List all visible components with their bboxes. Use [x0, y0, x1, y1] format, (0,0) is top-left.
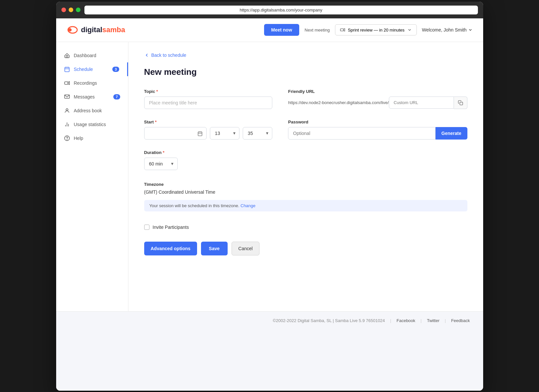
help-icon [64, 135, 70, 141]
friendly-url-label: Friendly URL [288, 89, 467, 94]
svg-rect-17 [460, 102, 463, 105]
calendar-icon [197, 130, 203, 136]
minute-select[interactable]: 35 [243, 127, 272, 140]
logo-icon [67, 24, 79, 36]
sidebar-item-schedule[interactable]: Schedule 3 [56, 62, 128, 76]
sidebar: Dashboard Schedule 3 Recordings [56, 42, 128, 311]
sidebar-item-messages[interactable]: Messages 7 [56, 90, 128, 104]
facebook-link[interactable]: Facebook [396, 318, 415, 323]
messages-icon [64, 94, 70, 100]
password-row: Generate [288, 127, 467, 140]
svg-rect-8 [64, 82, 68, 84]
svg-point-16 [67, 139, 67, 140]
address-book-icon [64, 108, 70, 114]
sidebar-label-dashboard: Dashboard [74, 53, 97, 58]
main-content: Back to schedule New meeting Topic * Fri… [128, 42, 483, 311]
next-meeting-dropdown[interactable]: Sprint review — in 20 minutes [335, 24, 417, 35]
schedule-badge: 3 [112, 67, 119, 72]
form-grid: Topic * Friendly URL https://dev.node2-b… [144, 89, 467, 230]
feedback-link[interactable]: Feedback [451, 318, 470, 323]
timezone-value: (GMT) Coordinated Universal Time [144, 189, 467, 195]
video-icon [340, 27, 345, 33]
sidebar-label-messages: Messages [74, 94, 95, 99]
duration-group: Duration * 60 min 15 min 30 min 45 min 9… [144, 150, 273, 170]
sidebar-item-address-book[interactable]: Address book [56, 104, 128, 118]
sidebar-label-schedule: Schedule [74, 67, 93, 72]
sidebar-label-recordings: Recordings [74, 80, 97, 86]
copyright-text: ©2002-2022 Digital Samba, SL | Samba Liv… [273, 318, 385, 323]
duration-wrapper: 60 min 15 min 30 min 45 min 90 min 120 m… [144, 158, 273, 170]
copy-icon [458, 100, 463, 105]
hour-select[interactable]: 13 [210, 127, 239, 140]
svg-marker-3 [344, 29, 345, 31]
custom-url-input[interactable] [389, 97, 454, 109]
sidebar-label-help: Help [74, 136, 83, 141]
chevron-down-icon [468, 28, 473, 32]
url-base-text: https://dev.node2-bonecrusher.digitalsam… [288, 100, 389, 105]
sidebar-item-help[interactable]: Help [56, 131, 128, 145]
start-group: Start * 08/19/2022 13 [144, 120, 273, 140]
cancel-button[interactable]: Cancel [232, 242, 260, 255]
chevron-down-icon [407, 28, 412, 32]
calendar-icon [64, 66, 70, 72]
close-button[interactable] [61, 8, 66, 12]
logo: digitalsamba [67, 24, 125, 36]
copy-url-button[interactable] [454, 97, 467, 109]
back-to-schedule-link[interactable]: Back to schedule [144, 53, 467, 58]
sidebar-item-recordings[interactable]: Recordings [56, 76, 128, 90]
footer: ©2002-2022 Digital Samba, SL | Samba Liv… [56, 311, 483, 330]
friendly-url-group: Friendly URL https://dev.node2-bonecrush… [288, 89, 467, 109]
hour-wrapper: 13 ▼ [210, 127, 239, 140]
advanced-options-button[interactable]: Advanced options [144, 242, 197, 255]
svg-marker-9 [68, 81, 70, 84]
svg-rect-18 [198, 132, 202, 136]
svg-point-11 [66, 109, 68, 111]
next-meeting-value: Sprint review — in 20 minutes [348, 28, 405, 33]
topic-input[interactable] [144, 97, 273, 109]
browser-window: https://app.digitalsamba.com/your-compan… [56, 2, 483, 391]
start-row: 08/19/2022 13 ▼ [144, 127, 273, 140]
timezone-notice: Your session will be scheduled in this t… [144, 200, 467, 211]
generate-button[interactable]: Generate [436, 127, 467, 140]
sidebar-label-address-book: Address book [74, 108, 102, 113]
layout: Dashboard Schedule 3 Recordings [56, 42, 483, 311]
url-row: https://dev.node2-bonecrusher.digitalsam… [288, 97, 467, 109]
sidebar-label-usage-statistics: Usage statistics [74, 122, 106, 127]
timezone-change-link[interactable]: Change [240, 203, 256, 208]
statistics-icon [64, 121, 70, 127]
minute-wrapper: 35 ▼ [243, 127, 272, 140]
timezone-label: Timezone [144, 182, 467, 187]
duration-select[interactable]: 60 min 15 min 30 min 45 min 90 min 120 m… [144, 158, 178, 170]
password-group: Password Generate [288, 120, 467, 140]
back-link-text: Back to schedule [151, 53, 187, 58]
recordings-icon [64, 80, 70, 86]
start-label: Start * [144, 120, 273, 124]
address-bar[interactable]: https://app.digitalsamba.com/your-compan… [84, 6, 478, 14]
invite-group: Invite Participants [144, 222, 467, 230]
header: digitalsamba Meet now Next meeting Sprin… [56, 18, 483, 42]
logo-text: digitalsamba [81, 26, 125, 34]
empty-right [288, 150, 467, 170]
twitter-link[interactable]: Twitter [427, 318, 439, 323]
app-container: digitalsamba Meet now Next meeting Sprin… [56, 18, 483, 391]
topic-label: Topic * [144, 89, 273, 94]
topic-group: Topic * [144, 89, 273, 109]
form-actions: Advanced options Save Cancel [144, 242, 467, 255]
page-title: New meeting [144, 67, 467, 77]
sidebar-item-usage-statistics[interactable]: Usage statistics [56, 118, 128, 131]
header-right: Meet now Next meeting Sprint review — in… [264, 24, 473, 36]
minimize-button[interactable] [69, 8, 73, 12]
sidebar-item-dashboard[interactable]: Dashboard [56, 49, 128, 62]
meet-now-button[interactable]: Meet now [264, 24, 300, 36]
chevron-left-icon [144, 53, 149, 58]
invite-checkbox[interactable] [144, 225, 149, 230]
welcome-user[interactable]: Welcome, John Smith [422, 27, 473, 33]
password-label: Password [288, 120, 467, 124]
duration-label: Duration * [144, 150, 273, 155]
maximize-button[interactable] [76, 8, 80, 12]
home-icon [64, 53, 70, 58]
password-input[interactable] [288, 127, 435, 140]
save-button[interactable]: Save [201, 242, 228, 255]
svg-rect-4 [65, 67, 69, 72]
invite-label[interactable]: Invite Participants [153, 225, 189, 230]
